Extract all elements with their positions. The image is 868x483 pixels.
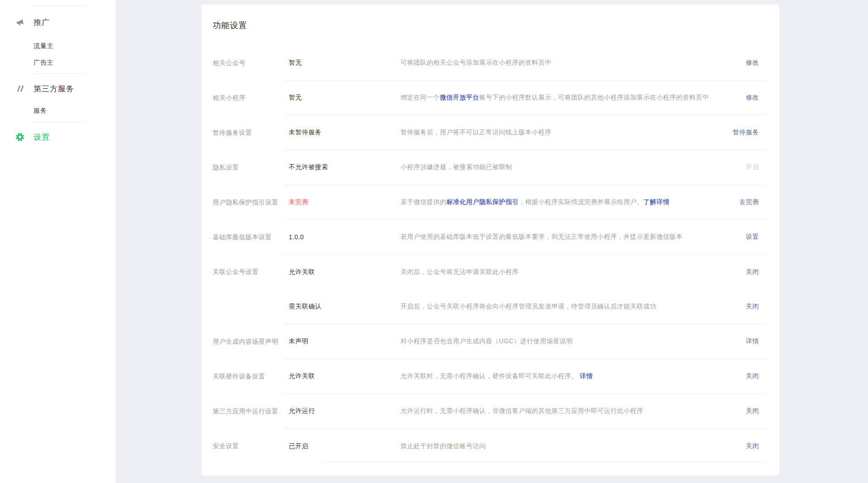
row-label: 关联硬件设备设置	[213, 359, 284, 394]
sidebar-section-label: 设置	[33, 132, 50, 142]
row-description: 暂停服务后，用户将不可以正常访问线上版本小程序	[401, 128, 733, 137]
desc-text: 基于微信提供的	[401, 198, 447, 205]
sidebar-section-推广[interactable]: 推广	[0, 17, 115, 28]
desc-text: 关闭后，公众号将无法申请关联此小程序	[401, 268, 519, 275]
row-value: 允许关联	[284, 268, 401, 276]
settings-row: 需关联确认开启后，公众号关联小程序将会向小程序管理员发送申请，待管理员确认后才能…	[213, 289, 779, 324]
settings-row: 用户生成内容场景声明未声明对小程序是否包含用户生成内容（UGC）进行使用场景说明…	[213, 324, 779, 359]
row-description: 小程序涉嫌违规，被搜索功能已被限制	[401, 163, 746, 171]
row-action-link[interactable]: 关闭	[746, 268, 766, 276]
sidebar-item-流量主[interactable]: 流量主	[0, 41, 115, 50]
row-body: 已开启禁止处于封禁的微信账号访问关闭	[284, 429, 766, 464]
row-action-link[interactable]: 关闭	[746, 303, 766, 311]
row-label: 关联公众号设置	[213, 255, 284, 289]
row-body: 未完善基于微信提供的标准化用户隐私保护指引，根据小程序实际情况完善并展示给用户。…	[284, 185, 766, 220]
row-description: 允许运行时，无需小程序确认，非微信客户端的其他第三方应用中即可运行此小程序	[401, 407, 746, 415]
desc-text: 禁止处于封禁的微信账号访问	[401, 442, 486, 450]
row-body: 未暂停服务暂停服务后，用户将不可以正常访问线上版本小程序暂停服务	[284, 115, 766, 150]
sidebar-section-label: 推广	[33, 17, 50, 28]
row-action-link[interactable]: 去完善	[739, 198, 766, 206]
row-label: 基础库最低版本设置	[213, 220, 284, 255]
desc-text: 暂停服务后，用户将不可以正常访问线上版本小程序	[401, 128, 552, 136]
page-title: 功能设置	[213, 20, 779, 31]
desc-text: 绑定在同一个	[401, 94, 440, 101]
settings-row: 基础库最低版本设置1.0.0若用户使用的基础库版本低于设置的最低版本要求，则无法…	[213, 220, 779, 255]
row-action-link[interactable]: 关闭	[746, 442, 766, 450]
row-action-link[interactable]: 暂停服务	[733, 128, 766, 137]
row-action-link[interactable]: 详情	[746, 337, 766, 346]
settings-row: 关联硬件设备设置允许关联允许关联时，无需小程序确认，硬件设备即可关联此小程序。 …	[213, 359, 779, 394]
third-party-icon	[15, 84, 24, 93]
desc-text: 允许关联时，无需小程序确认，硬件设备即可关联此小程序。	[401, 372, 578, 379]
inline-link[interactable]: 了解详情	[644, 198, 670, 205]
row-value: 未完善	[284, 198, 401, 206]
row-body: 允许关联允许关联时，无需小程序确认，硬件设备即可关联此小程序。 详情关闭	[284, 359, 766, 394]
desc-text: 若用户使用的基础库版本低于设置的最低版本要求，则无法正常使用小程序，并提示更新微…	[401, 233, 683, 240]
desc-text: 小程序涉嫌违规，被搜索功能已被限制	[401, 163, 512, 170]
inline-link[interactable]: 微信开放平台	[440, 94, 479, 101]
row-value: 允许关联	[284, 372, 401, 380]
row-action-link[interactable]: 设置	[746, 233, 766, 241]
sidebar-item-服务[interactable]: 服务	[0, 106, 115, 115]
row-body: 1.0.0若用户使用的基础库版本低于设置的最低版本要求，则无法正常使用小程序，并…	[284, 220, 766, 255]
row-value: 已开启	[284, 442, 401, 450]
row-body: 不允许被搜索小程序涉嫌违规，被搜索功能已被限制开启	[284, 150, 766, 185]
row-value: 未暂停服务	[284, 128, 401, 137]
desc-text: 允许运行时，无需小程序确认，非微信客户端的其他第三方应用中即可运行此小程序	[401, 407, 644, 414]
row-label: 相关小程序	[213, 80, 284, 115]
desc-text: 对小程序是否包含用户生成内容（UGC）进行使用场景说明	[401, 337, 573, 345]
sidebar-section-label: 第三方服务	[33, 84, 74, 94]
row-label: 相关公众号	[213, 46, 284, 80]
settings-card: 功能设置 相关公众号暂无可将团队的相关公众号添加展示在小程序的资料页中修改相关小…	[201, 5, 779, 476]
row-body: 允许关联关闭后，公众号将无法申请关联此小程序关闭	[284, 255, 766, 289]
row-body: 暂无可将团队的相关公众号添加展示在小程序的资料页中修改	[284, 46, 766, 80]
sidebar: 推广流量主广告主第三方服务服务设置	[0, 0, 115, 483]
gear-icon	[15, 133, 24, 142]
row-description: 基于微信提供的标准化用户隐私保护指引，根据小程序实际情况完善并展示给用户。了解详…	[401, 198, 739, 206]
row-label: 隐私设置	[213, 150, 284, 185]
row-value: 暂无	[284, 59, 401, 67]
row-action-link[interactable]: 关闭	[746, 407, 766, 415]
sidebar-menu: 推广流量主广告主第三方服务服务设置	[0, 5, 115, 142]
desc-text: 开启后，公众号关联小程序将会向小程序管理员发送申请，待管理员确认后才能关联成功	[401, 303, 657, 310]
row-description: 可将团队的相关公众号添加展示在小程序的资料页中	[401, 59, 746, 67]
settings-row: 暂停服务设置未暂停服务暂停服务后，用户将不可以正常访问线上版本小程序暂停服务	[213, 115, 779, 150]
settings-row: 相关小程序暂无绑定在同一个微信开放平台账号下的小程序默认展示，可将团队的其他小程…	[213, 80, 779, 115]
table-bottom-divider	[322, 462, 766, 463]
row-action-link[interactable]: 修改	[746, 94, 766, 102]
row-value: 1.0.0	[284, 233, 401, 241]
row-value: 暂无	[284, 94, 401, 102]
row-description: 若用户使用的基础库版本低于设置的最低版本要求，则无法正常使用小程序，并提示更新微…	[401, 233, 746, 241]
row-label	[213, 289, 284, 324]
desc-text: 可将团队的相关公众号添加展示在小程序的资料页中	[401, 59, 552, 66]
row-label: 用户生成内容场景声明	[213, 324, 284, 359]
settings-row: 安全设置已开启禁止处于封禁的微信账号访问关闭	[213, 429, 779, 464]
row-label: 用户隐私保护指引设置	[213, 185, 284, 220]
row-body: 暂无绑定在同一个微信开放平台账号下的小程序默认展示，可将团队的其他小程序添加展示…	[284, 80, 766, 115]
row-label: 暂停服务设置	[213, 115, 284, 150]
sidebar-item-广告主[interactable]: 广告主	[0, 58, 115, 67]
row-value: 不允许被搜索	[284, 163, 401, 171]
row-action-link[interactable]: 修改	[746, 59, 766, 67]
row-action-link: 开启	[746, 163, 766, 171]
row-body: 需关联确认开启后，公众号关联小程序将会向小程序管理员发送申请，待管理员确认后才能…	[284, 289, 766, 324]
row-description: 禁止处于封禁的微信账号访问	[401, 442, 746, 450]
sidebar-divider	[33, 122, 84, 122]
inline-link[interactable]: 标准化用户隐私保护指引	[447, 198, 519, 205]
inline-link[interactable]: 详情	[578, 372, 593, 379]
row-description: 绑定在同一个微信开放平台账号下的小程序默认展示，可将团队的其他小程序添加展示在小…	[401, 94, 746, 102]
sidebar-section-第三方服务[interactable]: 第三方服务	[0, 83, 115, 94]
row-value: 未声明	[284, 337, 401, 346]
row-description: 开启后，公众号关联小程序将会向小程序管理员发送申请，待管理员确认后才能关联成功	[401, 303, 746, 311]
row-description: 允许关联时，无需小程序确认，硬件设备即可关联此小程序。 详情	[401, 372, 746, 380]
sidebar-divider	[33, 73, 84, 74]
settings-row: 隐私设置不允许被搜索小程序涉嫌违规，被搜索功能已被限制开启	[213, 150, 779, 185]
settings-row: 用户隐私保护指引设置未完善基于微信提供的标准化用户隐私保护指引，根据小程序实际情…	[213, 185, 779, 220]
row-action-link[interactable]: 关闭	[746, 372, 766, 380]
sidebar-section-设置[interactable]: 设置	[0, 132, 115, 142]
row-description: 对小程序是否包含用户生成内容（UGC）进行使用场景说明	[401, 337, 746, 346]
settings-row: 关联公众号设置允许关联关闭后，公众号将无法申请关联此小程序关闭	[213, 255, 779, 289]
sidebar-divider	[33, 5, 84, 6]
row-body: 未声明对小程序是否包含用户生成内容（UGC）进行使用场景说明详情	[284, 324, 766, 359]
desc-text: 账号下的小程序默认展示，可将团队的其他小程序添加展示在小程序的资料页中	[479, 94, 709, 101]
